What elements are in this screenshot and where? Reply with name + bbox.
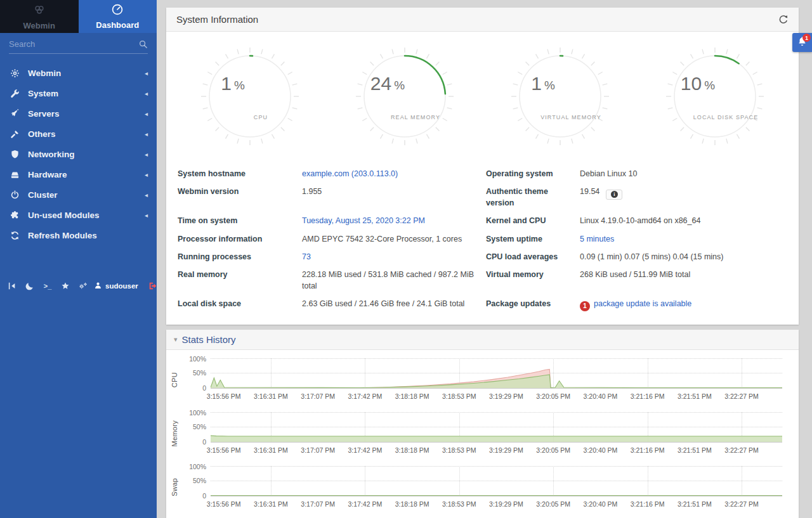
gauge-local-disk-space: 10%LOCAL DISK SPACE <box>655 41 775 156</box>
sidebar-item-label: Others <box>28 129 56 139</box>
sidebar-item-label: Hardware <box>28 170 67 179</box>
gauge-cpu: 1%CPU <box>190 41 310 156</box>
y-tick-label: 100% <box>189 409 206 417</box>
sidebar-item-cluster[interactable]: Cluster◂ <box>0 185 157 205</box>
x-tick-label: 3:21:16 PM <box>631 392 665 400</box>
y-tick-label: 0 <box>202 492 206 500</box>
collapse-sidebar-icon[interactable] <box>5 279 19 293</box>
y-tick-label: 0 <box>202 384 206 392</box>
chart-plot-area[interactable] <box>211 358 782 389</box>
sidebar-item-hardware[interactable]: Hardware◂ <box>0 164 157 185</box>
x-tick-label: 3:21:51 PM <box>678 446 712 454</box>
notification-count-badge: 1 <box>802 34 811 42</box>
sidebar-search <box>9 39 148 54</box>
user-icon <box>94 282 102 291</box>
chevron-left-icon: ◂ <box>145 171 148 178</box>
x-tick-label: 3:20:05 PM <box>536 500 570 508</box>
collapse-triangle-icon: ▾ <box>174 335 178 344</box>
tab-dashboard-label: Dashboard <box>96 20 139 30</box>
gauges-row: 1%CPU24%REAL MEMORY1%VIRTUAL MEMORY10%LO… <box>166 32 799 157</box>
sidebar-item-label: Servers <box>28 109 60 119</box>
x-tick-label: 3:17:42 PM <box>348 500 382 508</box>
user-menu[interactable]: sudouser <box>94 282 138 291</box>
theme-settings-gears-icon[interactable] <box>76 279 90 293</box>
x-tick-label: 3:20:05 PM <box>536 446 570 454</box>
info-text: Debian Linux 10 <box>580 169 637 178</box>
x-tick-label: 3:21:51 PM <box>678 392 712 400</box>
sidebar-item-label: System <box>28 89 58 98</box>
sidebar-item-system[interactable]: System◂ <box>0 83 157 103</box>
chart-ylabel: Memory <box>171 420 178 447</box>
search-icon[interactable] <box>138 39 148 49</box>
chevron-left-icon: ◂ <box>145 110 148 117</box>
shield-icon <box>10 150 20 159</box>
info-text: 268 KiB used / 511.99 MiB total <box>580 270 690 279</box>
sidebar-item-others[interactable]: Others◂ <box>0 124 157 144</box>
stats-history-title: Stats History <box>182 334 236 345</box>
sidebar-item-servers[interactable]: Servers◂ <box>0 103 157 124</box>
info-value-processor-information: AMD EPYC 7542 32-Core Processor, 1 cores <box>302 230 486 248</box>
info-link[interactable]: 73 <box>302 252 311 261</box>
info-link[interactable]: package update is available <box>594 299 691 308</box>
x-tick-label: 3:16:31 PM <box>254 500 288 508</box>
info-link[interactable]: Tuesday, August 25, 2020 3:22 PM <box>302 216 425 225</box>
x-tick-label: 3:18:53 PM <box>442 446 476 454</box>
series-memory-used-line <box>211 436 782 436</box>
x-tick-label: 3:16:31 PM <box>254 392 288 400</box>
chart-memory: Memory100%50%03:15:56 PM3:16:31 PM3:17:0… <box>166 410 799 458</box>
info-link[interactable]: 5 minutes <box>580 235 614 243</box>
wrench-icon <box>10 89 20 98</box>
sidebar-item-refresh-modules[interactable]: Refresh Modules <box>0 225 157 245</box>
search-input[interactable] <box>9 39 138 49</box>
info-label-operating-system: Operating system <box>486 165 580 183</box>
gauge-label: REAL MEMORY <box>391 114 440 120</box>
info-label-kernel-and-cpu: Kernel and CPU <box>486 212 580 230</box>
x-tick-label: 3:18:18 PM <box>395 500 429 508</box>
y-tick-label: 0 <box>202 438 206 446</box>
night-mode-moon-icon[interactable] <box>23 279 37 293</box>
info-value-local-disk-space: 2.63 GiB used / 21.46 GiB free / 24.1 Gi… <box>302 295 486 314</box>
y-tick-label: 50% <box>193 423 206 431</box>
sidebar-item-webmin[interactable]: Webmin◂ <box>0 63 157 83</box>
hammer-icon <box>10 129 20 139</box>
chevron-left-icon: ◂ <box>145 191 148 198</box>
x-tick-label: 3:18:53 PM <box>442 392 476 400</box>
sidebar-item-un-used-modules[interactable]: Un-used Modules◂ <box>0 205 157 225</box>
tab-dashboard[interactable]: Dashboard <box>79 0 157 33</box>
x-tick-label: 3:15:56 PM <box>207 446 241 454</box>
info-value-real-memory: 228.18 MiB used / 531.8 MiB cached / 987… <box>302 266 486 295</box>
info-value-time-on-system: Tuesday, August 25, 2020 3:22 PM <box>302 212 486 230</box>
favorites-star-icon[interactable] <box>58 279 72 293</box>
sidebar-item-networking[interactable]: Networking◂ <box>0 144 157 164</box>
x-tick-label: 3:18:18 PM <box>395 446 429 454</box>
logout-icon[interactable] <box>146 279 160 293</box>
info-link[interactable]: example.com (203.0.113.0) <box>302 169 398 178</box>
info-label-webmin-version: Webmin version <box>178 183 302 212</box>
chart-plot-area[interactable] <box>211 412 782 443</box>
stats-charts: CPU100%50%03:15:56 PM3:16:31 PM3:17:07 P… <box>166 356 799 512</box>
info-label-package-updates: Package updates <box>486 295 580 314</box>
refresh-icon[interactable] <box>778 15 789 25</box>
terminal-icon[interactable]: >_ <box>41 279 55 293</box>
theme-info-button[interactable]: i <box>606 190 622 200</box>
notifications-flyout-tab[interactable]: 1 <box>792 33 812 52</box>
gauge-real-memory: 24%REAL MEMORY <box>344 41 465 156</box>
info-value-virtual-memory: 268 KiB used / 511.99 MiB total <box>580 266 787 295</box>
chart-plot-area[interactable] <box>211 466 782 496</box>
rocket-icon <box>10 109 20 119</box>
x-tick-label: 3:17:07 PM <box>301 392 335 400</box>
x-tick-label: 3:22:27 PM <box>724 500 759 508</box>
chart-swap: Swap100%50%03:15:56 PM3:16:31 PM3:17:07 … <box>166 463 799 512</box>
info-value-package-updates: 1package update is available <box>580 295 787 314</box>
sidebar-menu: Webmin◂System◂Servers◂Others◂Networking◂… <box>0 63 157 245</box>
x-tick-label: 3:18:18 PM <box>395 392 429 400</box>
stats-history-header[interactable]: ▾ Stats History <box>166 330 799 350</box>
sidebar-item-label: Refresh Modules <box>28 231 97 240</box>
gauge-virtual-memory: 1%VIRTUAL MEMORY <box>500 41 620 156</box>
tab-webmin[interactable]: Webmin <box>0 0 79 33</box>
info-label-system-hostname: System hostname <box>178 165 302 183</box>
chevron-left-icon: ◂ <box>145 151 148 158</box>
x-tick-label: 3:19:29 PM <box>489 392 523 400</box>
info-value-system-hostname: example.com (203.0.113.0) <box>302 165 486 183</box>
system-information-header: System Information <box>166 8 799 32</box>
